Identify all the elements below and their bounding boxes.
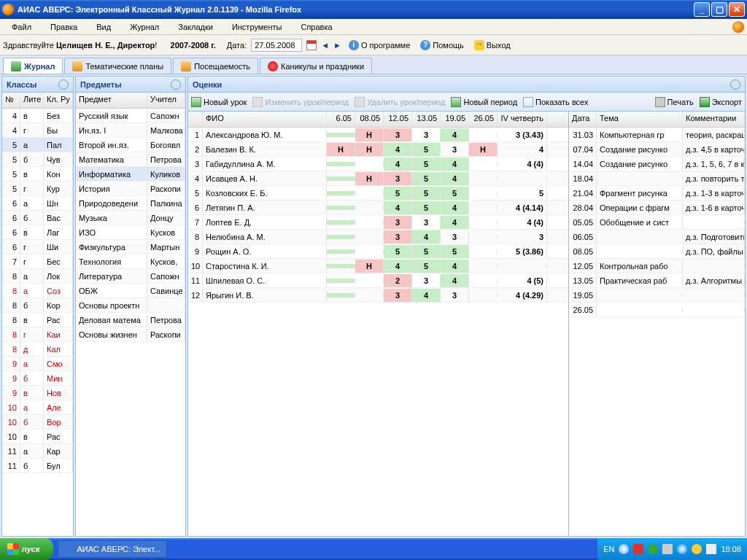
- table-row[interactable]: 12Ярыгин И. В.3434 (4.29): [188, 288, 568, 303]
- table-row[interactable]: ИнформатикаКуликов: [76, 167, 185, 182]
- table-row[interactable]: ИсторияРаскопи: [76, 182, 185, 196]
- table-row[interactable]: 05.05Обобщение и сист: [569, 215, 745, 230]
- table-row[interactable]: 9аСмо: [2, 357, 73, 371]
- menu-file[interactable]: Файл: [3, 21, 40, 33]
- table-row[interactable]: 5вКон: [2, 167, 73, 182]
- classes-grid[interactable]: 4вБез4гБы5аПал5бЧув5вКон5гКур6аШн6бВас6в…: [2, 109, 73, 536]
- table-row[interactable]: 7гБес: [2, 254, 73, 269]
- calendar-icon[interactable]: [306, 40, 317, 50]
- table-row[interactable]: 1Александрова Ю. М.Н3343 (3.43): [188, 128, 568, 142]
- table-row[interactable]: 19.05: [569, 288, 745, 303]
- tray-icon[interactable]: [633, 544, 643, 554]
- table-row[interactable]: 6вЛаг: [2, 225, 73, 240]
- clock[interactable]: 18:08: [721, 545, 741, 553]
- table-row[interactable]: 07.04Создание рисункод.з. 4,5 в карточк: [569, 142, 745, 157]
- table-row[interactable]: 8гКаи: [2, 327, 73, 342]
- table-row[interactable]: 14.04Создание рисункод.з. 1, 5, 6, 7 в к…: [569, 157, 745, 171]
- tab-journal[interactable]: Журнал: [3, 58, 63, 74]
- table-row[interactable]: 10аАле: [2, 400, 73, 415]
- tab-plans[interactable]: Тематические планы: [64, 58, 171, 74]
- tab-holidays[interactable]: Каникулы и праздники: [260, 58, 372, 74]
- table-row[interactable]: Деловая матемаПетрова: [76, 313, 185, 327]
- export-button[interactable]: Экспорт: [700, 97, 742, 107]
- table-row[interactable]: 2Балезин В. К.НН453Н4: [188, 142, 568, 157]
- table-row[interactable]: 9вНов: [2, 386, 73, 400]
- tray-icon[interactable]: [677, 544, 687, 554]
- menu-bookmarks[interactable]: Закладки: [169, 21, 222, 33]
- table-row[interactable]: 18.04д.з. повторить те: [569, 171, 745, 186]
- table-row[interactable]: МатематикаПетрова: [76, 152, 185, 167]
- print-button[interactable]: Печать: [655, 97, 694, 107]
- table-row[interactable]: 28.04Операции с фрагмд.з. 1-6 в карточк: [569, 201, 745, 215]
- tab-attendance[interactable]: Посещаемость: [173, 58, 258, 74]
- table-row[interactable]: 6аШн: [2, 196, 73, 211]
- new-lesson-button[interactable]: Новый урок: [191, 97, 247, 107]
- table-row[interactable]: 6Летягин П. А.4544 (4.14): [188, 201, 568, 215]
- table-row[interactable]: 13.05Практическая рабд.з. Алгоритмы оп: [569, 273, 745, 288]
- table-row[interactable]: Основы проектн: [76, 298, 185, 313]
- table-row[interactable]: 8аСоз: [2, 284, 73, 298]
- delete-lesson-button[interactable]: Удалить урок/период: [355, 97, 445, 107]
- table-row[interactable]: 9бМин: [2, 371, 73, 386]
- table-row[interactable]: ОБЖСавинце: [76, 284, 185, 298]
- table-row[interactable]: МузыкаДонцу: [76, 211, 185, 225]
- table-row[interactable]: 10вРас: [2, 429, 73, 444]
- menu-help[interactable]: Справка: [292, 21, 341, 33]
- table-row[interactable]: 5Козловских Е. Б.5555: [188, 186, 568, 201]
- table-row[interactable]: 11Шпилевая О. С.2344 (5): [188, 273, 568, 288]
- lang-indicator[interactable]: EN: [603, 545, 614, 553]
- table-row[interactable]: 5гКур: [2, 182, 73, 196]
- table-row[interactable]: 6гШи: [2, 240, 73, 254]
- table-row[interactable]: Второй ин.яз.Богоявл: [76, 138, 185, 152]
- table-row[interactable]: Ин.яз. IМалкова: [76, 123, 185, 138]
- table-row[interactable]: 11аКар: [2, 444, 73, 459]
- new-period-button[interactable]: Новый период: [451, 97, 517, 107]
- table-row[interactable]: 5аПал: [2, 138, 73, 152]
- menu-tools[interactable]: Инструменты: [223, 21, 291, 33]
- table-row[interactable]: ИЗОКусков: [76, 225, 185, 240]
- menu-edit[interactable]: Правка: [42, 21, 86, 33]
- minimize-button[interactable]: _: [694, 2, 710, 17]
- tray-icon[interactable]: [662, 544, 673, 554]
- table-row[interactable]: 8аЛок: [2, 269, 73, 284]
- tray-icon[interactable]: [692, 544, 702, 554]
- calendar-next-icon[interactable]: ►: [333, 41, 341, 50]
- table-row[interactable]: 08.05д.з. ПО, файлы: [569, 244, 745, 259]
- table-row[interactable]: Основы жизненРаскопи: [76, 327, 185, 342]
- table-row[interactable]: 9Рощин А. О.5555 (3.86): [188, 244, 568, 259]
- table-row[interactable]: 26.05: [569, 303, 745, 317]
- table-row[interactable]: ПриродоведениПалкина: [76, 196, 185, 211]
- exit-button[interactable]: Выход: [471, 39, 514, 52]
- refresh-icon[interactable]: [730, 79, 740, 90]
- menu-view[interactable]: Вид: [88, 21, 120, 33]
- menu-journal[interactable]: Журнал: [121, 21, 168, 33]
- refresh-icon[interactable]: [171, 79, 181, 90]
- tray-icon[interactable]: [706, 544, 716, 554]
- table-row[interactable]: 21.04Фрагмент рисункад.з. 1-3 в карточк: [569, 186, 745, 201]
- table-row[interactable]: 06.05д.з. Подготовить: [569, 230, 745, 244]
- refresh-icon[interactable]: [58, 79, 69, 90]
- subjects-grid[interactable]: Русский языкСапожнИн.яз. IМалковаВторой …: [76, 109, 185, 536]
- tray-icon[interactable]: [648, 544, 658, 554]
- table-row[interactable]: 3Габидуллина А. М.4544 (4): [188, 157, 568, 171]
- table-row[interactable]: 8бКор: [2, 298, 73, 313]
- table-row[interactable]: 8вРас: [2, 313, 73, 327]
- table-row[interactable]: 10бВор: [2, 415, 73, 429]
- help-button[interactable]: ? Помощь: [417, 39, 467, 52]
- table-row[interactable]: 31.03Компьютерная гртеория, раскраши: [569, 128, 745, 142]
- table-row[interactable]: ТехнологияКусков,: [76, 254, 185, 269]
- table-row[interactable]: 12.05Контрольная рабо: [569, 259, 745, 273]
- table-row[interactable]: Русский языкСапожн: [76, 109, 185, 123]
- table-row[interactable]: 4Исавцев А. Н.Н354: [188, 171, 568, 186]
- close-button[interactable]: ✕: [729, 2, 745, 17]
- table-row[interactable]: 8дКал: [2, 342, 73, 357]
- table-row[interactable]: 6бВас: [2, 211, 73, 225]
- task-item[interactable]: АИАС АВЕРС: Элект...: [58, 540, 168, 558]
- calendar-prev-icon[interactable]: ◄: [321, 41, 329, 50]
- table-row[interactable]: ФизкультураМартын: [76, 240, 185, 254]
- about-button[interactable]: i О программе: [346, 39, 413, 52]
- tray-icon[interactable]: [619, 544, 629, 554]
- table-row[interactable]: 7Лоптев Е. Д.3344 (4): [188, 215, 568, 230]
- date-input[interactable]: [251, 39, 302, 52]
- show-all-button[interactable]: Показать всех: [523, 97, 588, 107]
